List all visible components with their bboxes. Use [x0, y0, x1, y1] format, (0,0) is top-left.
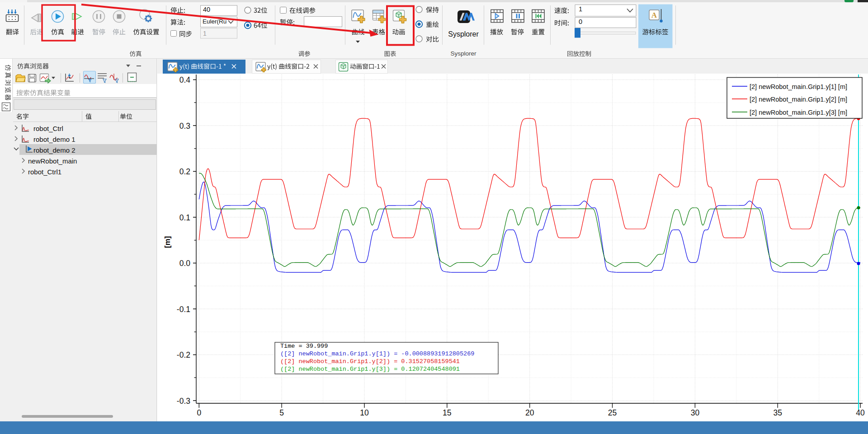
- svg-text:[m]: [m]: [163, 236, 172, 248]
- svg-text:A: A: [651, 11, 657, 19]
